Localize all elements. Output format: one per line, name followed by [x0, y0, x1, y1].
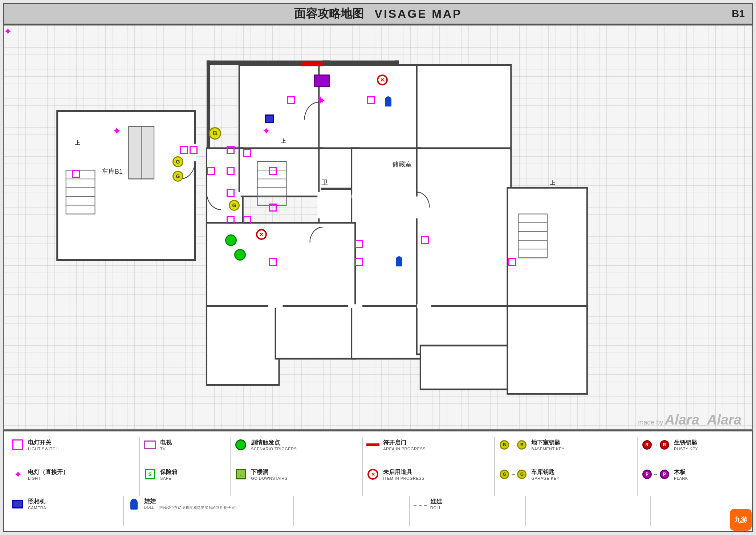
legend-scenario-text: 剧情触发点 SCENARIO TRIGGERS [251, 439, 297, 451]
doll-1 [385, 96, 391, 106]
light-switch-11 [243, 216, 251, 224]
legend-basement-key: B → B 地下室钥匙 BASEMENT KEY [499, 437, 633, 453]
light-switch-2 [190, 146, 198, 154]
light-switch-15 [355, 240, 363, 248]
legend-safe: S 保险箱 SAFE [143, 466, 226, 482]
basement-key-legend-icon: B → B [499, 438, 528, 451]
garage-key-legend-icon: G → G [499, 468, 528, 481]
light-switch-6 [227, 189, 235, 197]
header: 面容攻略地图 VISAGE MAP B1 [3, 3, 753, 25]
scenario-2 [234, 249, 246, 261]
legend-go-down-text: 下楼洞 GO DOWNSTAIRS [251, 468, 287, 480]
svg-rect-18 [351, 306, 424, 359]
legend: 电灯开关 LIGHT SWITCH 电视 TV 剧情触发点 SCENARIO T… [3, 430, 753, 532]
light-switch-8 [269, 167, 277, 175]
scenario-1 [225, 234, 237, 246]
g-circle-3: G [229, 200, 240, 211]
light-switch-13 [367, 96, 375, 104]
legend-garage-text: 车库钥匙 GARAGE KEY [531, 468, 559, 480]
light-switch-14 [269, 258, 277, 266]
light-switch-10 [227, 216, 235, 224]
svg-rect-17 [276, 306, 355, 359]
toilet-label: 卫 [321, 178, 328, 187]
legend-light-switch: 电灯开关 LIGHT SWITCH [11, 437, 135, 453]
svg-rect-21 [420, 346, 518, 390]
doll-2 [396, 256, 402, 266]
tv-legend-icon [143, 438, 157, 451]
legend-doll-text: 娃娃 DOLL （稍会2个在幻境树屋和鸟笼屋后的迷你柜子里） [144, 498, 239, 510]
light-switch-3 [207, 167, 215, 175]
up-label-3: 上 [550, 180, 555, 186]
legend-garage-key: G → G 车库钥匙 GARAGE KEY [499, 466, 633, 482]
light-switch-7 [243, 149, 251, 157]
jiuyou-logo: 九游 [730, 509, 752, 531]
light-switch-17 [421, 236, 429, 244]
light-legend-icon: ✦ [11, 468, 24, 481]
up-label-2: 上 [281, 138, 286, 145]
legend-camera: 照相机 CAMERA [11, 496, 119, 512]
camera-map [265, 114, 274, 123]
light-switch-9 [269, 204, 277, 212]
light-switch-12 [287, 96, 295, 104]
legend-doll: 娃娃 DOLL （稍会2个在幻境树屋和鸟笼屋后的迷你柜子里） [127, 496, 290, 512]
x-circle-1 [377, 75, 388, 85]
legend-tv-text: 电视 TV [160, 439, 172, 451]
title-cn: 面容攻略地图 [294, 6, 364, 22]
plank-legend-icon: P → P [641, 468, 670, 481]
light-switch-19 [72, 170, 80, 178]
legend-camera-text: 照相机 CAMERA [28, 498, 46, 510]
storage-label: 储藏室 [392, 160, 412, 169]
light-4: ✦ [4, 25, 12, 37]
legend-row-2: ✦ 电灯（直接开） LIGHT S 保险箱 SAFE ↓ [11, 466, 745, 496]
camera-legend-icon [11, 498, 24, 511]
up-label-1: 上 [75, 140, 80, 146]
svg-rect-45 [321, 188, 351, 190]
svg-rect-11 [239, 148, 323, 197]
svg-rect-10 [207, 148, 243, 227]
svg-rect-16 [207, 306, 279, 385]
legend-go-down: ↓ 下楼洞 GO DOWNSTAIRS [234, 466, 358, 482]
doll-legend-icon [127, 498, 141, 511]
svg-rect-9 [417, 65, 511, 153]
floor-label: B1 [732, 8, 745, 20]
light-map-1: ✦ [113, 125, 121, 137]
svg-rect-8 [319, 65, 420, 153]
uncertain-legend-icon [414, 498, 427, 511]
garage-label: 车库B1 [102, 167, 123, 176]
item-progress-legend-icon: ✕ [366, 468, 379, 481]
g-circle-2: G [172, 171, 183, 182]
legend-area-text: 符开启门 AREA IN PROGRESS [383, 439, 426, 451]
svg-rect-48 [301, 62, 322, 66]
safe-legend-icon: S [143, 468, 157, 481]
legend-light-switch-text: 电灯开关 LIGHT SWITCH [28, 439, 59, 451]
legend-item-progress: ✕ 未启用道具 ITEM IN PROGRESS [366, 466, 491, 482]
scenario-legend-icon [234, 438, 247, 451]
area-progress-legend-icon [366, 438, 379, 451]
b-circle-map: B [209, 127, 221, 140]
x-circle-2 [256, 229, 267, 240]
light-map-2: ✦ [262, 125, 270, 137]
light-map-3: ✦ [316, 94, 325, 106]
legend-row-3: 照相机 CAMERA 娃娃 DOLL （稍会2个在幻境树屋和鸟笼屋后的迷你柜子里… [11, 496, 745, 526]
tv-map [314, 75, 330, 87]
legend-basement-text: 地下室钥匙 BASEMENT KEY [531, 439, 564, 451]
title-en: VISAGE MAP [375, 7, 462, 21]
legend-plank-text: 木板 PLANK [674, 468, 688, 480]
g-circle-1: G [172, 156, 183, 167]
legend-rusty-text: 生锈钥匙 RUSTY KEY [674, 439, 698, 451]
legend-row-1: 电灯开关 LIGHT SWITCH 电视 TV 剧情触发点 SCENARIO T… [11, 437, 745, 466]
go-down-legend-icon: ↓ [234, 468, 247, 481]
svg-rect-22 [507, 306, 587, 394]
legend-plank: P → P 木板 PLANK [641, 466, 745, 482]
watermark: made by Alara_Alara [638, 412, 741, 428]
legend-light: ✦ 电灯（直接开） LIGHT [11, 466, 135, 482]
floor-plan-svg [4, 25, 752, 429]
legend-scenario: 剧情触发点 SCENARIO TRIGGERS [234, 437, 358, 453]
svg-rect-13 [351, 148, 420, 315]
legend-uncertain: 娃娃 DOLL [414, 496, 522, 512]
legend-rusty-key: R → R 生锈钥匙 RUSTY KEY [641, 437, 745, 453]
light-switch-4 [227, 146, 235, 154]
svg-rect-0 [57, 111, 195, 260]
legend-safe-text: 保险箱 SAFE [160, 468, 178, 480]
legend-tv: 电视 TV [143, 437, 226, 453]
